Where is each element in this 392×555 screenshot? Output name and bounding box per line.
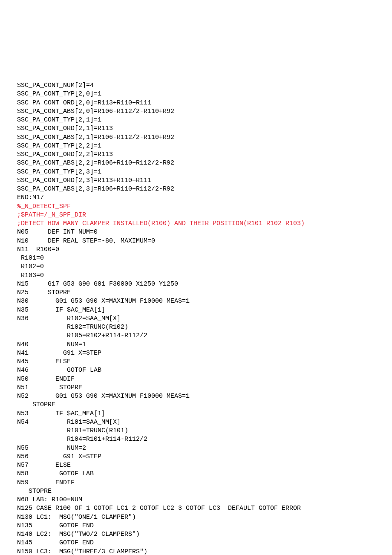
code-line: N30 G01 G53 G90 X=MAXIMUM F10000 MEAS=1 xyxy=(17,297,375,306)
code-line: STOPRE xyxy=(17,401,375,409)
code-line: N55 NUM=2 xyxy=(17,444,375,453)
code-line: N41 G91 X=STEP xyxy=(17,349,375,358)
code-line: N53 IF $AC_MEA[1] xyxy=(17,410,375,418)
code-line: $SC_PA_CONT_ABS[2,0]=R106-R112/2-R110+R9… xyxy=(17,107,375,116)
code-line: $SC_PA_CONT_TYP[2,0]=1 xyxy=(17,90,375,98)
code-line: %_N_DETECT_SPF xyxy=(17,202,375,211)
code-line: R101=TRUNC(R101) xyxy=(17,427,375,435)
code-line: R102=0 xyxy=(17,263,375,271)
code-line: N56 G91 X=STEP xyxy=(17,453,375,461)
code-line: $SC_PA_CONT_NUM[2]=4 xyxy=(17,81,375,90)
code-line: $SC_PA_CONT_ABS[2,1]=R106-R112/2-R110+R9… xyxy=(17,133,375,142)
code-line: N25 STOPRE xyxy=(17,289,375,297)
code-line: N52 G01 G53 G90 X=MAXIMUM F10000 MEAS=1 xyxy=(17,392,375,401)
code-line: N125 CASE R100 OF 1 GOTOF LC1 2 GOTOF LC… xyxy=(17,504,375,513)
code-line: $SC_PA_CONT_ABS[2,2]=R106+R110+R112/2-R9… xyxy=(17,159,375,168)
code-line: R103=0 xyxy=(17,272,375,280)
code-line: N68 LAB: R100=NUM xyxy=(17,496,375,504)
code-line: N51 STOPRE xyxy=(17,384,375,392)
code-line: N46 GOTOF LAB xyxy=(17,366,375,375)
code-line: N15 G17 G53 G90 G01 F30000 X1250 Y1250 xyxy=(17,280,375,289)
code-line: R102=TRUNC(R102) xyxy=(17,323,375,332)
code-line: N36 R102=$AA_MM[X] xyxy=(17,315,375,323)
code-line: N150 LC3: MSG("THREE/3 CLAMPERS") xyxy=(17,548,375,555)
code-line: $SC_PA_CONT_ORD[2,0]=R113+R110+R111 xyxy=(17,99,375,107)
code-line: R105=R102+R114-R112/2 xyxy=(17,332,375,340)
code-line: N135 GOTOF END xyxy=(17,522,375,530)
code-line: R104=R101+R114-R112/2 xyxy=(17,435,375,444)
code-line: N50 ENDIF xyxy=(17,375,375,384)
code-line: N35 IF $AC_MEA[1] xyxy=(17,306,375,315)
code-line: $SC_PA_CONT_ABS[2,3]=R106+R110+R112/2-R9… xyxy=(17,185,375,194)
code-line: N58 GOTOF LAB xyxy=(17,470,375,478)
code-line: N45 ELSE xyxy=(17,358,375,366)
code-line: N40 NUM=1 xyxy=(17,341,375,349)
code-line: N54 R101=$AA_MM[X] xyxy=(17,418,375,427)
code-line: N140 LC2: MSG("TWO/2 CLAMPERS") xyxy=(17,530,375,539)
code-line: $SC_PA_CONT_TYP[2,2]=1 xyxy=(17,142,375,150)
code-line: $SC_PA_CONT_TYP[2,1]=1 xyxy=(17,116,375,124)
code-block: $SC_PA_CONT_NUM[2]=4$SC_PA_CONT_TYP[2,0]… xyxy=(17,81,375,555)
code-line: N59 ENDIF xyxy=(17,479,375,487)
code-line: ;DETECT HOW MANY CLAMPER INSTALLED(R100)… xyxy=(17,220,375,228)
code-line: N130 LC1: MSG("ONE/1 CLAMPER") xyxy=(17,513,375,522)
code-line: $SC_PA_CONT_ORD[2,1]=R113 xyxy=(17,124,375,133)
code-line: STOPRE xyxy=(17,487,375,496)
code-line: $SC_PA_CONT_TYP[2,3]=1 xyxy=(17,168,375,176)
code-line: N10 DEF REAL STEP=-80, MAXIMUM=0 xyxy=(17,237,375,246)
code-line: R101=0 xyxy=(17,254,375,263)
code-line: N05 DEF INT NUM=0 xyxy=(17,228,375,237)
code-line: N145 GOTOF END xyxy=(17,539,375,547)
code-line: $SC_PA_CONT_ORD[2,2]=R113 xyxy=(17,150,375,159)
code-line: ;$PATH=/_N_SPF_DIR xyxy=(17,211,375,220)
code-line: N11 R100=0 xyxy=(17,246,375,254)
code-line: END:M17 xyxy=(17,194,375,202)
code-line: N57 ELSE xyxy=(17,461,375,470)
code-line: $SC_PA_CONT_ORD[2,3]=R113+R110+R111 xyxy=(17,176,375,185)
